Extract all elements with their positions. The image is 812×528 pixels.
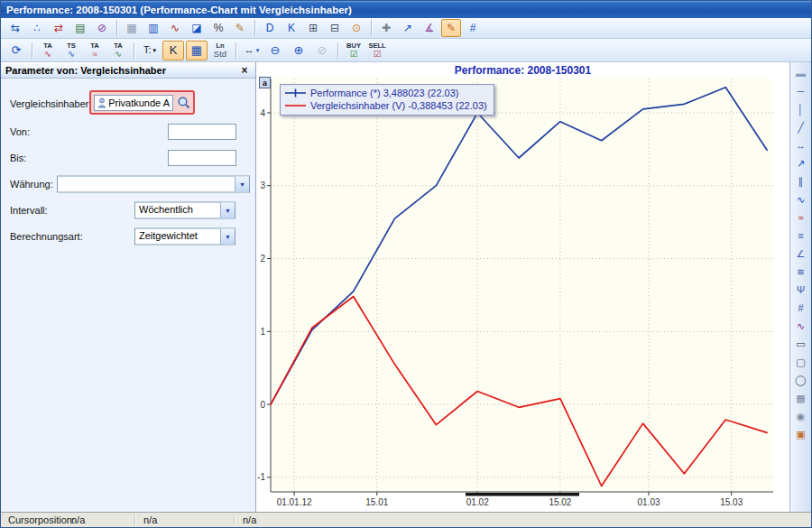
buy-marker-toggle[interactable]: BUY☑ <box>343 41 364 60</box>
kurs-chart-icon[interactable]: K <box>281 19 301 37</box>
fit-width-dropdown[interactable]: ↔▾ <box>241 41 263 60</box>
zoom-out-button[interactable]: ⊖ <box>264 41 286 60</box>
search-lookup-button[interactable] <box>176 96 190 110</box>
rectangle-tool-icon[interactable]: ▭ <box>792 336 810 352</box>
duration-chart-icon[interactable]: D <box>260 19 280 37</box>
table-view-icon[interactable]: ⊞ <box>303 19 323 37</box>
svg-text:01.02: 01.02 <box>466 497 489 507</box>
pan-chart-icon[interactable]: ⇆ <box>5 19 25 37</box>
rounded-rect-tool-icon[interactable]: ▢ <box>792 354 810 370</box>
berechnungsart-label: Berechnungsart: <box>10 231 83 242</box>
bar-chart-icon[interactable]: ▥ <box>143 19 163 37</box>
kurs-toggle-button[interactable]: K <box>162 41 184 60</box>
chevron-down-icon[interactable]: ▼ <box>220 228 235 244</box>
chart-options-icon[interactable]: # <box>463 19 483 37</box>
chart-region: Performance: 2008-150301 a Performance (… <box>256 62 789 512</box>
arrow-tool-icon[interactable]: ↗ <box>792 155 810 171</box>
berechnungsart-value: Zeitgewichtet <box>135 228 220 244</box>
horizontal-line-tool-icon[interactable]: ─ <box>792 83 810 99</box>
chart-view-toggle-button[interactable]: ▦ <box>186 41 208 60</box>
parameter-form: Vergleichsinhaber: Privatkunde A <box>1 79 255 512</box>
toolbar-separator <box>235 42 236 59</box>
toolbar-separator <box>371 20 372 36</box>
window-titlebar[interactable]: Performance: 2008-150301 (Performance-Ch… <box>1 1 811 18</box>
cycle-lines-tool-icon[interactable]: ∿ <box>792 318 810 334</box>
intervall-row: Intervall: Wöchentlich ▼ <box>1 197 255 223</box>
performance-chart-canvas[interactable]: -10123401.01.1215.0101.0215.0201.0315.03 <box>256 62 789 512</box>
trend-line-tool-icon[interactable]: ╱ <box>792 119 810 135</box>
angle-measure-icon[interactable]: ∡ <box>420 19 439 37</box>
ln-scale-button[interactable]: LnStd <box>209 41 231 60</box>
extended-line-tool-icon[interactable]: ↔ <box>792 137 810 153</box>
app-window: Performance: 2008-150301 (Performance-Ch… <box>0 0 812 528</box>
svg-text:2: 2 <box>260 254 265 264</box>
benchmark-icon[interactable]: ⊙ <box>346 19 366 37</box>
ta-chart-button[interactable]: TA∿ <box>37 41 59 60</box>
intervall-select[interactable]: Wöchentlich ▼ <box>134 201 235 218</box>
svg-text:1: 1 <box>260 327 265 337</box>
ellipse-tool-icon[interactable]: ◯ <box>792 372 810 388</box>
toolbar-separator <box>337 42 338 59</box>
pitchfork-tool-icon[interactable]: Ψ <box>792 282 810 298</box>
refresh-button[interactable]: ⟳ <box>5 41 27 60</box>
svg-text:15.02: 15.02 <box>549 497 571 507</box>
status-bar: Cursorposition: n/a n/a n/a <box>1 512 811 527</box>
speed-lines-tool-icon[interactable]: ≋ <box>792 264 810 280</box>
strike-mode-icon[interactable]: ⊘ <box>92 19 112 37</box>
draw-mode-icon[interactable]: ✎ <box>441 19 461 37</box>
waehrung-label: Währung: <box>10 179 53 190</box>
grid-toggle-icon[interactable]: ▦ <box>122 19 142 37</box>
summary-view-icon[interactable]: ⊟ <box>325 19 345 37</box>
fibonacci-fan-tool-icon[interactable]: ∠ <box>792 245 810 262</box>
zoom-in-button[interactable]: ⊕ <box>288 41 309 60</box>
shift-series-icon[interactable]: ⇄ <box>49 19 69 37</box>
von-row: Von: <box>1 118 255 144</box>
filled-ellipse-tool-icon[interactable]: ◉ <box>792 408 810 424</box>
gann-grid-tool-icon[interactable]: # <box>792 300 810 316</box>
cube-tool-icon[interactable]: ▣ <box>792 426 810 442</box>
chevron-down-icon[interactable]: ▼ <box>235 176 249 191</box>
chart-type-dropdown[interactable]: T:▾ <box>139 41 161 60</box>
scatter-mode-icon[interactable]: ∴ <box>27 19 47 37</box>
vergleichsinhaber-row: Vergleichsinhaber: Privatkunde A <box>1 89 255 118</box>
line-chart-icon[interactable]: ∿ <box>165 19 185 37</box>
area-chart-icon[interactable]: ◪ <box>187 19 207 37</box>
sell-marker-toggle[interactable]: SELL☑ <box>366 41 388 60</box>
legend-label: Vergleichsinhaber (V) -0,388453 (22.03) <box>310 100 487 111</box>
ta-compare-button[interactable]: TA≈ <box>84 41 106 60</box>
bis-input[interactable] <box>168 150 236 166</box>
chevron-down-icon[interactable]: ▼ <box>220 202 235 218</box>
zoom-mode-button[interactable]: ⊘ <box>311 41 333 60</box>
axis-set-a-badge[interactable]: a <box>259 77 271 88</box>
drag-handle-icon[interactable]: ▬ <box>792 65 810 81</box>
vergleichsinhaber-field[interactable]: Privatkunde A <box>94 95 173 111</box>
toolbar-separator <box>254 20 255 36</box>
statusbar-separator <box>234 514 235 525</box>
crosshair-icon[interactable]: ✚ <box>376 19 396 37</box>
vertical-line-tool-icon[interactable]: │ <box>792 101 810 117</box>
cursor-value-3: n/a <box>243 514 256 525</box>
intervall-label: Intervall: <box>10 205 48 216</box>
berechnungsart-select[interactable]: Zeitgewichtet ▼ <box>134 227 235 245</box>
drawing-toolbar: ▬─│╱↔↗∥∿≈≡∠≋Ψ#∿▭▢◯▦◉▣ <box>789 62 811 512</box>
ts-chart-button[interactable]: TS∿ <box>60 41 82 60</box>
wave-pattern-tool-icon[interactable]: ≈ <box>792 209 810 226</box>
main-area: Parameter von: Vergleichsinhaber × Vergl… <box>1 62 811 512</box>
parameter-panel-header: Parameter von: Vergleichsinhaber × <box>1 62 255 79</box>
main-toolbar: ⇆∴⇄▤⊘▦▥∿◪%✎DK⊞⊟⊙✚↗∡✎# <box>1 18 811 39</box>
von-label: Von: <box>10 126 30 137</box>
close-icon[interactable]: × <box>238 64 251 77</box>
waehrung-select[interactable]: ▼ <box>57 175 250 192</box>
ta-percent-button[interactable]: TA∿ <box>107 41 129 60</box>
percent-view-icon[interactable]: % <box>208 19 228 37</box>
export-chart-icon[interactable]: ▤ <box>70 19 90 37</box>
svg-text:3: 3 <box>260 181 265 190</box>
trend-arrow-icon[interactable]: ↗ <box>398 19 418 37</box>
fibonacci-retracement-tool-icon[interactable]: ≡ <box>792 227 810 244</box>
zigzag-tool-icon[interactable]: ∿ <box>792 191 810 208</box>
filled-rect-tool-icon[interactable]: ▦ <box>792 390 810 406</box>
annotate-icon[interactable]: ✎ <box>230 19 250 37</box>
von-input[interactable] <box>168 124 236 140</box>
cursor-value-2: n/a <box>143 514 157 525</box>
parallel-channel-tool-icon[interactable]: ∥ <box>792 173 810 190</box>
